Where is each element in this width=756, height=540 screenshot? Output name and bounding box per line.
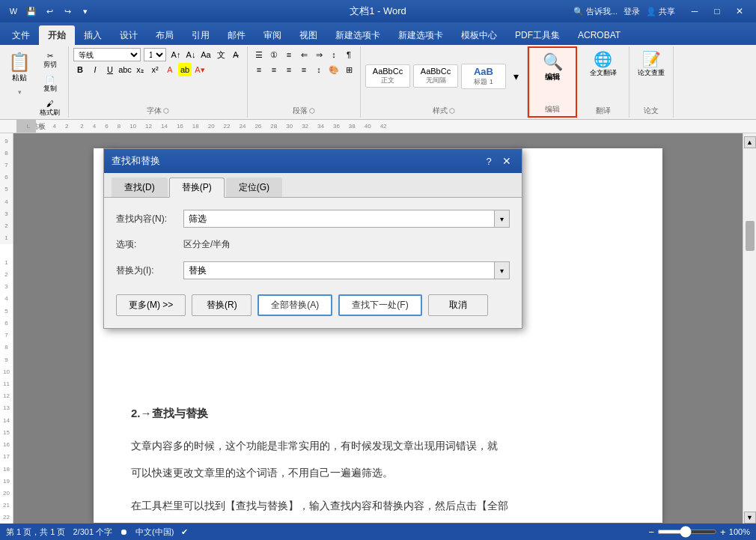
aa-btn[interactable]: Aa xyxy=(199,48,213,61)
style-h1[interactable]: AaB 标题 1 xyxy=(461,64,506,89)
scroll-down-btn[interactable]: ▼ xyxy=(744,512,756,524)
highlight-btn[interactable]: ab xyxy=(178,63,192,76)
subscript-btn[interactable]: x₂ xyxy=(133,63,147,76)
replace-dropdown[interactable]: ▾ xyxy=(495,261,510,279)
numbering-btn[interactable]: ① xyxy=(267,48,281,61)
close-btn[interactable]: ✕ xyxy=(729,4,750,19)
tab-pdf[interactable]: PDF工具集 xyxy=(506,25,569,45)
dialog-tab-find[interactable]: 查找(D) xyxy=(112,178,168,197)
minimize-btn[interactable]: ─ xyxy=(684,4,705,19)
style-nospace[interactable]: AaBbCc 无间隔 xyxy=(413,64,458,88)
dialog-tab-replace[interactable]: 替换(P) xyxy=(169,178,225,198)
tab-insert[interactable]: 插入 xyxy=(75,25,111,45)
paper-check-btn[interactable]: 📝 论文查重 xyxy=(634,48,668,80)
word-count: 2/301 个字 xyxy=(73,527,112,538)
tab-file[interactable]: 文件 xyxy=(3,25,39,45)
align-right-btn[interactable]: ≡ xyxy=(282,63,296,76)
spell-check-icon: ✔ xyxy=(181,527,188,537)
format-painter-btn[interactable]: 🖌 格式刷 xyxy=(36,97,64,120)
more-btn[interactable]: 更多(M) >> xyxy=(116,294,186,316)
font-color2-btn[interactable]: A▾ xyxy=(193,63,207,76)
tab-layout[interactable]: 布局 xyxy=(147,25,183,45)
share-btn[interactable]: 👤 共享 xyxy=(646,6,675,17)
clear-format-btn[interactable]: A̶ xyxy=(229,48,243,61)
tab-review[interactable]: 审阅 xyxy=(254,25,290,45)
ruler-v-5: 5 xyxy=(0,183,13,195)
align-center-btn[interactable]: ≡ xyxy=(267,63,281,76)
shading-btn[interactable]: 🎨 xyxy=(327,63,341,76)
zoom-out-btn[interactable]: − xyxy=(648,527,654,538)
tab-newtab1[interactable]: 新建选项卡 xyxy=(326,25,389,45)
paste-btn[interactable]: 📋 粘贴 xyxy=(4,48,34,87)
paste-arrow[interactable]: ▾ xyxy=(18,88,22,96)
tab-acrobat[interactable]: ACROBAT xyxy=(569,25,630,45)
show-marks-btn[interactable]: ¶ xyxy=(342,48,356,61)
styles-expand-icon[interactable]: ⬡ xyxy=(449,107,455,115)
cancel-btn[interactable]: 取消 xyxy=(428,294,488,316)
document-area[interactable]: 啦。 例 设 查找和替换 ? ✕ 查找(D) 替换(P) xyxy=(13,133,743,524)
dialog-help-btn[interactable]: ? xyxy=(481,154,496,169)
ruler-v-1: 1 xyxy=(0,232,13,244)
align-left-btn[interactable]: ≡ xyxy=(252,63,266,76)
maximize-btn[interactable]: □ xyxy=(707,4,728,19)
wenyun-btn[interactable]: 文 xyxy=(214,48,228,61)
grow-font-btn[interactable]: A↑ xyxy=(169,48,183,61)
copy-btn[interactable]: 📄 复制 xyxy=(36,73,64,96)
tab-newtab2[interactable]: 新建选项卡 xyxy=(389,25,452,45)
zoom-in-btn[interactable]: + xyxy=(720,527,726,538)
tab-home[interactable]: 开始 xyxy=(39,25,75,45)
superscript-btn[interactable]: x² xyxy=(148,63,162,76)
paragraph-group: ☰ ① ≡ ⇐ ⇒ ↕ ¶ ≡ ≡ ≡ ≡ ↕ 🎨 ⊞ xyxy=(248,46,361,118)
tab-references[interactable]: 引用 xyxy=(183,25,219,45)
multilevel-btn[interactable]: ≡ xyxy=(282,48,296,61)
justify-btn[interactable]: ≡ xyxy=(297,63,311,76)
tab-design[interactable]: 设计 xyxy=(111,25,147,45)
find-dropdown[interactable]: ▾ xyxy=(495,210,510,228)
font-expand-icon[interactable]: ⬡ xyxy=(163,107,169,115)
increase-indent-btn[interactable]: ⇒ xyxy=(312,48,326,61)
dialog-close-btn[interactable]: ✕ xyxy=(499,154,514,169)
find-row: 查找内容(N): ▾ xyxy=(116,210,510,228)
find-next-btn[interactable]: 查找下一处(F) xyxy=(338,294,421,316)
customize-btn[interactable]: ▾ xyxy=(78,4,93,19)
font-family-select[interactable]: 等线 xyxy=(73,48,141,61)
search-ribbon-btn[interactable]: 🔍 告诉我... xyxy=(573,6,618,17)
line-spacing-btn[interactable]: ↕ xyxy=(312,63,326,76)
word-icon-btn[interactable]: W xyxy=(6,4,21,19)
tab-templates[interactable]: 模板中心 xyxy=(452,25,506,45)
underline-btn[interactable]: U xyxy=(103,63,117,76)
replace-all-btn[interactable]: 全部替换(A) xyxy=(257,294,332,316)
font-color-btn[interactable]: A xyxy=(163,63,177,76)
cut-btn[interactable]: ✂ 剪切 xyxy=(36,49,64,72)
scrollbar-thumb[interactable] xyxy=(746,221,755,251)
replace-input[interactable] xyxy=(183,261,495,279)
sort-btn[interactable]: ↕ xyxy=(327,48,341,61)
scrollbar-track[interactable] xyxy=(745,148,755,512)
para-expand-icon[interactable]: ⬡ xyxy=(309,107,315,115)
font-size-select[interactable]: 11 xyxy=(144,48,166,61)
border-btn[interactable]: ⊞ xyxy=(342,63,356,76)
strikethrough-btn[interactable]: abc xyxy=(118,63,132,76)
tab-view[interactable]: 视图 xyxy=(290,25,326,45)
tab-mail[interactable]: 邮件 xyxy=(219,25,254,45)
decrease-indent-btn[interactable]: ⇐ xyxy=(297,48,311,61)
fulltext-translate-btn[interactable]: 🌐 全文翻译 xyxy=(586,48,621,80)
edit-btn[interactable]: 🔍 编辑 xyxy=(534,49,571,85)
italic-btn[interactable]: I xyxy=(88,63,102,76)
save-btn[interactable]: 💾 xyxy=(24,4,39,19)
shrink-font-btn[interactable]: A↓ xyxy=(184,48,198,61)
styles-more-btn[interactable]: ▾ xyxy=(509,70,522,83)
login-btn[interactable]: 登录 xyxy=(624,6,640,17)
scroll-up-btn[interactable]: ▲ xyxy=(744,136,756,148)
dialog-tab-goto[interactable]: 定位(G) xyxy=(226,178,282,197)
replace-single-btn[interactable]: 替换(R) xyxy=(192,294,252,316)
bold-btn[interactable]: B xyxy=(73,63,87,76)
status-left: 第 1 页，共 1 页 2/301 个字 ⏺ 中文(中国) ✔ xyxy=(6,527,188,538)
style-normal[interactable]: AaBbCc 正文 xyxy=(365,64,410,88)
find-input[interactable] xyxy=(183,210,495,228)
zoom-slider[interactable] xyxy=(657,530,717,534)
redo-btn[interactable]: ↪ xyxy=(60,4,75,19)
bullets-btn[interactable]: ☰ xyxy=(252,48,266,61)
editing-label: 编辑 xyxy=(545,104,560,115)
undo-btn[interactable]: ↩ xyxy=(42,4,57,19)
